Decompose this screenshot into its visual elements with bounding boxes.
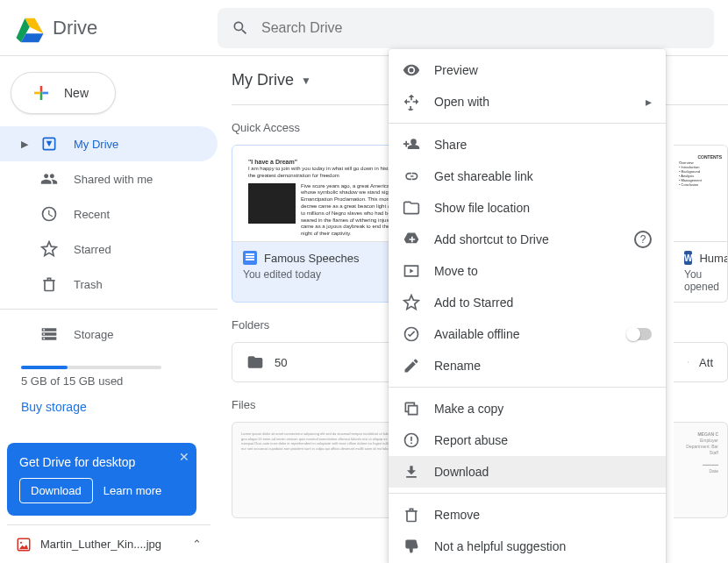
storage-icon [40, 325, 58, 343]
ctx-item-label: Add shortcut to Drive [434, 232, 549, 246]
search-input[interactable] [261, 20, 700, 36]
sidebar-item-label: My Drive [74, 138, 118, 151]
sidebar-item-shared[interactable]: Shared with me [0, 161, 218, 196]
ctx-item-label: Rename [434, 359, 481, 373]
ctx-item-label: Available offline [434, 327, 520, 341]
new-button[interactable]: New [11, 72, 116, 114]
ctx-get-shareable-link[interactable]: Get shareable link [389, 160, 666, 192]
person-add-icon [403, 136, 420, 153]
ctx-move-to[interactable]: Move to [389, 255, 666, 287]
card-name: Famous Speeches [264, 252, 359, 265]
drive-logo-icon [14, 12, 46, 44]
ctx-available-offline[interactable]: Available offline [389, 318, 666, 350]
folder-icon [246, 353, 264, 371]
sidebar-item-label: Shared with me [74, 173, 153, 186]
sidebar-item-recent[interactable]: Recent [0, 196, 218, 232]
quick-access-card[interactable]: CONTENTS Overview• Introduction• Backgro… [674, 145, 728, 303]
app-name: Drive [53, 17, 97, 39]
download-file-name: Martin_Luther_Kin....jpg [40, 538, 161, 551]
svg-rect-5 [410, 437, 412, 441]
ctx-item-label: Make a copy [434, 402, 503, 416]
card-subtitle: You edited today [243, 268, 413, 281]
svg-rect-6 [410, 443, 412, 445]
ctx-show-file-location[interactable]: Show file location [389, 192, 666, 224]
sidebar-item-storage[interactable]: Storage [0, 317, 218, 352]
chevron-up-icon[interactable]: ⌃ [192, 538, 202, 551]
drive-add-icon [403, 231, 420, 248]
sidebar-item-starred[interactable]: Starred [0, 232, 218, 267]
ctx-item-label: Show file location [434, 201, 530, 215]
ctx-item-label: Remove [434, 508, 480, 522]
word-icon: W [684, 251, 692, 265]
search-bar[interactable] [218, 8, 714, 48]
ctx-item-label: Add to Starred [434, 296, 513, 310]
move-icon [403, 262, 420, 280]
image-file-icon [16, 537, 32, 552]
ctx-remove[interactable]: Remove [389, 499, 666, 531]
ctx-item-label: Move to [434, 264, 478, 278]
ctx-rename[interactable]: Rename [389, 350, 666, 381]
openwith-icon [403, 93, 420, 110]
drive-icon [40, 135, 58, 153]
copy-icon [403, 400, 420, 417]
breadcrumb-label: My Drive [232, 71, 294, 89]
sidebar-item-mydrive[interactable]: ▶ My Drive [0, 126, 218, 161]
promo-card: ✕ Get Drive for desktop Download Learn m… [7, 443, 196, 516]
link-icon [403, 167, 420, 185]
thumb-down-icon [403, 538, 420, 555]
svg-point-2 [20, 541, 22, 543]
plus-icon [31, 82, 52, 103]
context-menu: PreviewOpen with▸ShareGet shareable link… [389, 49, 666, 563]
ctx-item-label: Preview [434, 63, 478, 77]
ctx-preview[interactable]: Preview [389, 54, 666, 86]
promo-learn-link[interactable]: Learn more [103, 484, 161, 497]
ctx-share[interactable]: Share [389, 129, 666, 160]
sidebar-item-label: Starred [74, 243, 111, 256]
folder-chip[interactable]: Att [674, 342, 728, 382]
search-icon [232, 19, 249, 37]
star-icon [40, 240, 58, 258]
ctx-make-a-copy[interactable]: Make a copy [389, 393, 666, 424]
pencil-icon [403, 357, 420, 374]
toggle-switch[interactable] [627, 328, 652, 340]
eye-icon [403, 61, 420, 79]
clock-icon [40, 205, 58, 223]
ctx-download[interactable]: Download [389, 456, 666, 488]
ctx-item-label: Share [434, 138, 467, 152]
ctx-item-label: Download [434, 465, 489, 479]
ctx-open-with[interactable]: Open with▸ [389, 86, 666, 118]
download-icon [403, 463, 420, 481]
sidebar-item-label: Storage [74, 328, 114, 341]
star-icon [403, 294, 420, 311]
ctx-not-a-helpful-suggestion[interactable]: Not a helpful suggestion [389, 531, 666, 562]
chevron-right-icon: ▶ [21, 139, 30, 150]
help-icon[interactable]: ? [634, 231, 652, 248]
storage-bar [21, 366, 161, 369]
promo-download-button[interactable]: Download [19, 478, 93, 503]
card-thumbnail: CONTENTS Overview• Introduction• Backgro… [674, 146, 727, 242]
card-name: Huma [699, 252, 728, 265]
download-bar[interactable]: Martin_Luther_Kin....jpg ⌃ [7, 524, 211, 563]
chevron-down-icon: ▼ [301, 75, 311, 87]
folder-icon [688, 353, 689, 371]
ctx-item-label: Open with [434, 95, 489, 109]
report-icon [403, 431, 420, 449]
chevron-right-icon: ▸ [646, 95, 652, 109]
sidebar-item-label: Recent [74, 208, 110, 221]
card-subtitle: You opened [684, 268, 717, 293]
file-card[interactable]: MEGAN CEmployerDepartment: Bar Staff━━━━… [674, 422, 728, 518]
ctx-report-abuse[interactable]: Report abuse [389, 424, 666, 456]
buy-storage-link[interactable]: Buy storage [21, 400, 196, 414]
logo[interactable]: Drive [14, 12, 218, 44]
ctx-add-to-starred[interactable]: Add to Starred [389, 287, 666, 318]
storage-section: 5 GB of 15 GB used Buy storage [0, 352, 218, 421]
promo-title: Get Drive for desktop [19, 455, 184, 469]
ctx-add-shortcut-to-drive[interactable]: Add shortcut to Drive? [389, 224, 666, 255]
trash-icon [403, 506, 420, 524]
offline-icon [403, 325, 420, 343]
folder-name: 50 [275, 356, 287, 369]
folder-icon [403, 199, 420, 217]
sidebar-item-trash[interactable]: Trash [0, 267, 218, 302]
ctx-item-label: Get shareable link [434, 169, 533, 183]
close-icon[interactable]: ✕ [179, 450, 189, 464]
